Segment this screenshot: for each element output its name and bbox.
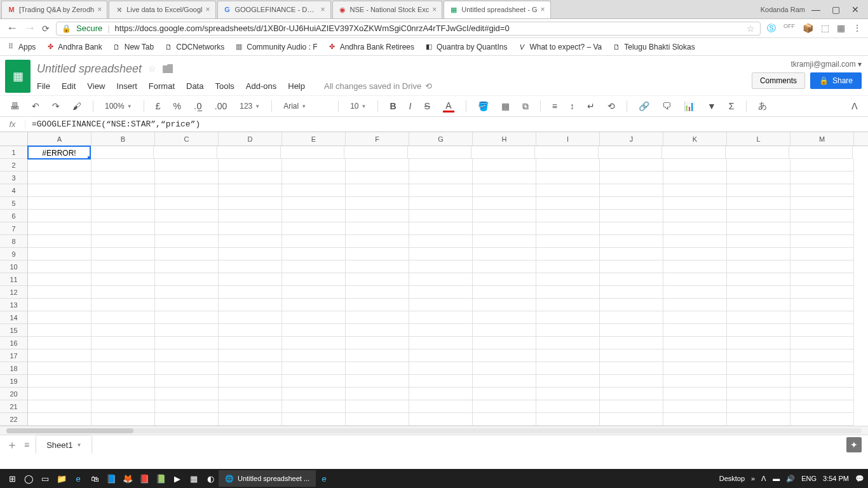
valign-icon[interactable]: ↕	[566, 98, 578, 114]
cell[interactable]	[790, 413, 854, 426]
cell[interactable]	[600, 172, 663, 184]
horizontal-scrollbar[interactable]	[0, 426, 868, 435]
cell[interactable]	[28, 159, 92, 172]
cell[interactable]	[155, 235, 219, 248]
start-icon[interactable]: ⊞	[4, 470, 20, 487]
selection-handle[interactable]	[88, 156, 91, 159]
cell[interactable]	[155, 388, 219, 400]
cell[interactable]	[28, 337, 92, 349]
ext-icon[interactable]: OFF	[783, 23, 795, 34]
cell[interactable]	[663, 311, 727, 324]
language-indicator[interactable]: ENG	[801, 475, 817, 482]
cell[interactable]	[28, 311, 92, 324]
cell[interactable]	[790, 184, 854, 197]
cell[interactable]	[536, 261, 600, 273]
cell[interactable]	[663, 324, 727, 337]
bookmark-item[interactable]: ▥Community Audio : F	[234, 43, 317, 51]
browser-tab-active[interactable]: ▦ Untitled spreadsheet - G ×	[444, 1, 550, 18]
cell[interactable]	[663, 362, 727, 375]
cell[interactable]	[28, 286, 92, 299]
cell[interactable]	[790, 222, 854, 235]
cell[interactable]	[282, 388, 346, 400]
cell[interactable]	[600, 375, 663, 388]
cell[interactable]	[409, 248, 473, 261]
cell[interactable]	[727, 337, 790, 349]
cell[interactable]	[790, 349, 854, 362]
cell[interactable]	[28, 235, 92, 248]
cell[interactable]	[409, 299, 473, 311]
cell[interactable]	[92, 172, 155, 184]
cell[interactable]	[92, 400, 155, 413]
cell[interactable]	[663, 375, 727, 388]
cell[interactable]	[219, 375, 282, 388]
cell[interactable]	[600, 299, 663, 311]
row-header[interactable]: 18	[0, 362, 28, 375]
cell[interactable]	[155, 349, 219, 362]
cell[interactable]	[536, 210, 600, 222]
cell[interactable]	[600, 261, 663, 273]
cell[interactable]	[282, 248, 346, 261]
cell[interactable]	[409, 273, 473, 286]
cell[interactable]	[473, 362, 536, 375]
cell[interactable]	[28, 172, 92, 184]
cell[interactable]	[473, 159, 536, 172]
cell[interactable]	[219, 172, 282, 184]
cell[interactable]	[600, 349, 663, 362]
text-rotation-icon[interactable]: ⟲	[604, 98, 619, 114]
browser-tab[interactable]: M [Trading Q&A by Zerodh ×	[1, 1, 107, 18]
clock[interactable]: 3:54 PM	[823, 475, 849, 482]
cell[interactable]	[346, 261, 409, 273]
row-header[interactable]: 10	[0, 261, 28, 273]
menu-insert[interactable]: Insert	[116, 81, 137, 91]
input-tools-icon[interactable]: あ	[754, 98, 771, 114]
cell[interactable]	[409, 362, 473, 375]
cell[interactable]	[536, 159, 600, 172]
cell[interactable]	[473, 299, 536, 311]
row-header[interactable]: 17	[0, 349, 28, 362]
cell[interactable]	[346, 299, 409, 311]
cell[interactable]	[473, 388, 536, 400]
bold-icon[interactable]: B	[386, 98, 400, 114]
cell[interactable]	[282, 286, 346, 299]
cell[interactable]	[409, 311, 473, 324]
cell[interactable]	[727, 413, 790, 426]
cell[interactable]	[282, 197, 346, 210]
cortana-icon[interactable]: ◯	[20, 470, 37, 487]
cell[interactable]	[663, 197, 727, 210]
cell[interactable]	[282, 337, 346, 349]
column-header[interactable]: F	[346, 132, 409, 146]
cell[interactable]	[346, 413, 409, 426]
row-header[interactable]: 6	[0, 210, 28, 222]
cell[interactable]	[346, 362, 409, 375]
bookmark-apps[interactable]: ⠿Apps	[6, 43, 36, 51]
cell[interactable]	[219, 222, 282, 235]
cell[interactable]	[282, 261, 346, 273]
cell[interactable]	[727, 159, 790, 172]
cell[interactable]	[409, 324, 473, 337]
cell[interactable]	[346, 210, 409, 222]
comments-button[interactable]: Comments	[752, 72, 805, 89]
row-header[interactable]: 13	[0, 299, 28, 311]
cell[interactable]	[473, 261, 536, 273]
cell[interactable]	[92, 248, 155, 261]
row-header[interactable]: 16	[0, 337, 28, 349]
cell[interactable]	[344, 146, 408, 159]
column-header[interactable]: D	[219, 132, 282, 146]
skype-ext-icon[interactable]: Ⓢ	[767, 23, 776, 34]
cell[interactable]	[28, 248, 92, 261]
cell[interactable]	[281, 146, 344, 159]
cell[interactable]	[600, 400, 663, 413]
row-header[interactable]: 9	[0, 248, 28, 261]
cell[interactable]	[600, 388, 663, 400]
cell[interactable]	[282, 273, 346, 286]
cell[interactable]	[282, 235, 346, 248]
cell[interactable]	[282, 375, 346, 388]
cell[interactable]	[473, 311, 536, 324]
row-header[interactable]: 2	[0, 159, 28, 172]
app-icon[interactable]: ▶	[169, 470, 186, 487]
cell[interactable]	[92, 261, 155, 273]
cell[interactable]	[536, 286, 600, 299]
cell[interactable]	[600, 184, 663, 197]
cell[interactable]	[155, 197, 219, 210]
cell[interactable]	[473, 413, 536, 426]
